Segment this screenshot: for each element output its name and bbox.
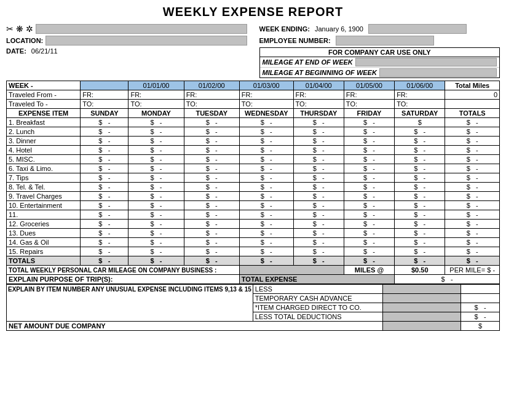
date-3: 01/03/00 xyxy=(239,81,293,90)
date-value: 06/21/11 xyxy=(31,47,58,55)
miles-at: MILES @ xyxy=(344,266,394,275)
date-2: 01/02/00 xyxy=(184,81,239,90)
traveled-to-to-5: TO: xyxy=(344,100,394,109)
traveled-from-fr-3: FR: xyxy=(239,90,293,100)
traveled-from-fr-4: FR: xyxy=(293,90,344,100)
table-row: 9. Travel Charges $ - $ - $ - $ - $ - $ … xyxy=(7,192,500,201)
table-row: 5. MISC. $ - $ - $ - $ - $ - $ - $ - $ - xyxy=(7,155,500,164)
icon1: ✂ xyxy=(6,24,14,34)
total-expense-value: $ - xyxy=(395,275,500,284)
traveled-to-to-1: TO: xyxy=(128,100,184,109)
net-amount-label: NET AMOUNT DUE COMPANY xyxy=(7,322,383,331)
net-amount-value: $ xyxy=(461,322,500,331)
col-totals: TOTALS xyxy=(445,109,500,118)
week-ending-input[interactable] xyxy=(368,24,467,34)
table-row: 11. $ - $ - $ - $ - $ - $ - $ - $ - xyxy=(7,210,500,220)
traveled-to-empty xyxy=(445,100,500,109)
less-total-input[interactable] xyxy=(383,312,461,322)
date-4: 01/04/00 xyxy=(293,81,344,90)
traveled-to-to-0: TO: xyxy=(81,100,128,109)
summary-row-less: EXPLAIN BY ITEM NUMBER ANY UNUSUAL EXPEN… xyxy=(7,285,500,294)
week-ending-label: WEEK ENDING: xyxy=(259,25,310,33)
traveled-from-fr-2: FR: xyxy=(184,90,239,100)
table-row: 13. Dues $ - $ - $ - $ - $ - $ - $ - $ - xyxy=(7,229,500,238)
explain-purpose-label: EXPLAIN PURPOSE OF TRIP(S): xyxy=(7,275,240,284)
col-friday: FRIDAY xyxy=(344,109,394,118)
table-row: 10. Entertainment $ - $ - $ - $ - $ - $ … xyxy=(7,201,500,210)
traveled-from-fr-0: FR: xyxy=(81,90,128,100)
week-ending-value: January 6, 1900 xyxy=(315,25,363,33)
less-total-label: LESS TOTAL DEDUCTIONS xyxy=(253,312,382,322)
item-charged-input[interactable] xyxy=(383,303,461,312)
date-label: DATE: xyxy=(6,47,26,55)
per-mile: PER MILE= $ - xyxy=(445,266,500,275)
mileage-end-label: MILEAGE AT END OF WEEK xyxy=(263,58,353,66)
footer-explain-label: EXPLAIN BY ITEM NUMBER ANY UNUSUAL EXPEN… xyxy=(7,285,253,322)
total-miles-value: 0 xyxy=(445,90,500,100)
less-total-value: $ - xyxy=(461,312,500,322)
traveled-to-to-4: TO: xyxy=(293,100,344,109)
less-value xyxy=(461,285,500,294)
table-row: 15. Repairs $ - $ - $ - $ - $ - $ - $ - … xyxy=(7,247,500,256)
item-charged-value: $ - xyxy=(461,303,500,312)
total-miles-label: Total Miles xyxy=(445,81,500,90)
week-label: WEEK - xyxy=(7,81,81,90)
summary-row-net: NET AMOUNT DUE COMPANY $ xyxy=(7,322,500,331)
table-row: 3. Dinner $ - $ - $ - $ - $ - $ - $ - $ … xyxy=(7,137,500,146)
traveled-from-fr-5: FR: xyxy=(344,90,394,100)
date-0 xyxy=(81,81,128,90)
traveled-from-fr-6: FR: xyxy=(395,90,445,100)
mileage-begin-input[interactable] xyxy=(379,68,497,77)
col-saturday: SATURDAY xyxy=(395,109,445,118)
totals-row: TOTALS $ - $ - $ - $ - $ - $ - $ - $ - xyxy=(7,256,500,266)
company-car-title: FOR COMPANY CAR USE ONLY xyxy=(260,48,500,57)
traveled-to-label: Traveled To - xyxy=(7,100,81,109)
mileage-row: TOTAL WEEKLY PERSONAL CAR MILEAGE ON COM… xyxy=(7,266,500,275)
table-row: 14. Gas & Oil $ - $ - $ - $ - $ - $ - $ … xyxy=(7,238,500,247)
mileage-end-input[interactable] xyxy=(355,58,497,66)
icon3: ✲ xyxy=(26,24,33,34)
rate: $0.50 xyxy=(395,266,445,275)
less-input[interactable] xyxy=(383,285,461,294)
table-row: 8. Tel. & Tel. $ - $ - $ - $ - $ - $ - $… xyxy=(7,183,500,192)
table-row: 12. Groceries $ - $ - $ - $ - $ - $ - $ … xyxy=(7,220,500,229)
table-row: 6. Taxi & Limo. $ - $ - $ - $ - $ - $ - … xyxy=(7,164,500,173)
traveled-to-to-6: TO: xyxy=(395,100,445,109)
mileage-label: TOTAL WEEKLY PERSONAL CAR MILEAGE ON COM… xyxy=(7,266,240,275)
employee-number-input[interactable] xyxy=(336,36,434,46)
icon-input[interactable] xyxy=(36,24,247,34)
traveled-from-label: Traveled From - xyxy=(7,90,81,100)
traveled-to-to-2: TO: xyxy=(184,100,239,109)
col-expense-item: EXPENSE ITEM xyxy=(7,109,81,118)
table-row: 1. Breakfast $ - $ - $ - $ - $ - $ - $ $… xyxy=(7,118,500,127)
traveled-from-fr-1: FR: xyxy=(128,90,184,100)
page-title: WEEKLY EXPENSE REPORT xyxy=(6,5,500,19)
col-wednesday: WEDNESDAY xyxy=(239,109,293,118)
date-5: 01/05/00 xyxy=(344,81,394,90)
col-thursday: THURSDAY xyxy=(293,109,344,118)
less-label: LESS xyxy=(253,285,382,294)
col-sunday: SUNDAY xyxy=(81,109,128,118)
item-charged-label: *ITEM CHARGED DIRECT TO CO. xyxy=(253,303,382,312)
traveled-to-to-3: TO: xyxy=(239,100,293,109)
table-row: 7. Tips $ - $ - $ - $ - $ - $ - $ - $ - xyxy=(7,173,500,183)
location-input[interactable] xyxy=(45,36,247,46)
temp-cash-value xyxy=(461,294,500,303)
mileage-input[interactable] xyxy=(239,266,344,275)
temp-cash-input[interactable] xyxy=(383,294,461,303)
explain-purpose-row: EXPLAIN PURPOSE OF TRIP(S): TOTAL EXPENS… xyxy=(7,275,500,284)
col-monday: MONDAY xyxy=(128,109,184,118)
expense-table: WEEK - 01/01/00 01/02/00 01/03/00 01/04/… xyxy=(6,81,500,284)
table-row: 2. Lunch $ - $ - $ - $ - $ - $ - $ - $ - xyxy=(7,127,500,137)
date-1: 01/01/00 xyxy=(128,81,184,90)
employee-number-label: EMPLOYEE NUMBER: xyxy=(259,37,331,44)
location-label: LOCATION: xyxy=(6,37,43,44)
explain-purpose-right-label: TOTAL EXPENSE xyxy=(239,275,394,284)
mileage-begin-label: MILEAGE AT BEGINNING OF WEEK xyxy=(263,69,377,76)
net-amount-input[interactable] xyxy=(383,322,461,331)
date-6: 01/06/00 xyxy=(395,81,445,90)
summary-table: EXPLAIN BY ITEM NUMBER ANY UNUSUAL EXPEN… xyxy=(6,284,500,331)
temp-cash-label: TEMPORARY CASH ADVANCE xyxy=(253,294,382,303)
table-row: 4. Hotel $ - $ - $ - $ - $ - $ - $ - $ - xyxy=(7,146,500,155)
col-tuesday: TUESDAY xyxy=(184,109,239,118)
